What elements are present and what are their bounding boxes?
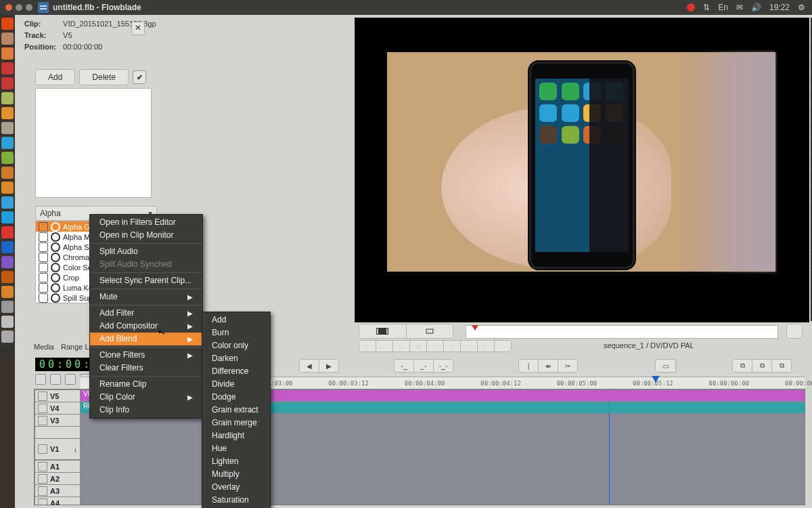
launcher-item-2[interactable] <box>1 47 14 60</box>
launcher-item-11[interactable] <box>1 182 14 194</box>
playback-btn-1[interactable]: ⏯ <box>376 341 393 352</box>
menu-item[interactable]: Clear Filters <box>90 362 202 375</box>
playhead-icon[interactable] <box>652 376 660 383</box>
settings-gear-icon[interactable]: ⚙ <box>798 3 805 12</box>
mark-clear[interactable]: ◦⎯◦ <box>434 360 453 372</box>
menu-item[interactable]: Open in Filters Editor <box>90 216 202 229</box>
track-header[interactable]: A3 <box>35 484 81 498</box>
submenu-item[interactable]: Add <box>202 314 270 326</box>
visibility-icon[interactable] <box>38 391 47 401</box>
menu-item[interactable]: Select Sync Parent Clip... <box>90 272 202 287</box>
launcher-item-8[interactable] <box>1 137 14 149</box>
minimize-window-icon[interactable] <box>16 4 22 11</box>
checkbox-icon[interactable] <box>39 273 48 282</box>
mail-icon[interactable]: ✉ <box>736 3 743 12</box>
launcher-item-14[interactable] <box>1 226 14 238</box>
checkbox-icon[interactable] <box>39 232 48 242</box>
submenu-item[interactable]: Difference <box>202 365 270 378</box>
launcher-item-1[interactable] <box>1 33 14 45</box>
tool-3[interactable] <box>65 374 76 385</box>
playback-btn-0[interactable]: ⏮ <box>359 341 376 352</box>
mute-icon[interactable] <box>38 486 47 496</box>
submenu-item[interactable]: Lighten <box>202 455 270 468</box>
menu-item[interactable]: Rename Clip <box>90 376 202 391</box>
visibility-icon[interactable] <box>38 416 47 425</box>
monitor-scrubber[interactable] <box>466 325 778 339</box>
submenu-item[interactable]: Darken <box>202 352 270 365</box>
track-header[interactable]: V1↓ <box>35 438 81 460</box>
launcher-item-21[interactable] <box>1 331 14 343</box>
launcher-item-4[interactable] <box>1 77 14 89</box>
close-window-icon[interactable] <box>5 4 12 11</box>
nudge-left[interactable]: ◀ <box>300 360 319 372</box>
submenu-item[interactable]: Hardlight <box>202 429 270 442</box>
launcher-item-0[interactable] <box>1 18 14 30</box>
monitor-expand-icon[interactable]: ⛶ <box>786 324 803 339</box>
launcher-item-9[interactable] <box>1 152 14 164</box>
volume-icon[interactable]: 🔊 <box>751 3 761 12</box>
launcher-item-17[interactable] <box>1 271 14 283</box>
playback-btn-5[interactable]: ⏵ <box>444 341 461 352</box>
playback-btn-8[interactable]: ⇥ <box>495 341 511 352</box>
menu-item[interactable]: Open in Clip Monitor <box>90 229 202 242</box>
record-indicator-icon[interactable] <box>687 3 695 12</box>
submenu-item[interactable]: Hue <box>202 442 270 455</box>
zoom-1[interactable]: ⧉ <box>733 360 752 372</box>
mute-icon[interactable] <box>38 499 47 505</box>
track-header[interactable]: V5 <box>35 389 81 403</box>
submenu-item[interactable]: Grain merge <box>202 417 270 429</box>
launcher-item-3[interactable] <box>1 62 14 75</box>
delete-button[interactable]: Delete <box>79 69 129 85</box>
nudge-right[interactable]: ▶ <box>319 360 338 372</box>
menu-item[interactable]: Split Audio <box>90 243 202 258</box>
launcher-item-16[interactable] <box>1 256 14 268</box>
mark-out[interactable]: ⎯◦ <box>414 360 434 372</box>
clock[interactable]: 19:22 <box>769 3 790 12</box>
playback-btn-4[interactable]: ⏴ <box>427 341 444 352</box>
join-tool[interactable]: ⇼ <box>539 360 558 372</box>
visibility-icon[interactable] <box>38 404 47 413</box>
language-indicator[interactable]: En <box>718 3 728 12</box>
track-header[interactable]: A2 <box>35 472 81 486</box>
playback-btn-3[interactable]: ⏹ <box>410 341 427 352</box>
track-header[interactable]: V3 <box>35 414 81 427</box>
apply-toggle[interactable]: ✔ <box>133 70 146 84</box>
launcher-item-19[interactable] <box>1 301 14 313</box>
playback-btn-2[interactable]: ▶ <box>393 341 410 352</box>
submenu-item[interactable]: Multiply <box>202 468 270 481</box>
tool-2[interactable] <box>50 374 61 385</box>
submenu-item[interactable]: Dodge <box>202 391 270 404</box>
checkbox-icon[interactable] <box>39 242 48 252</box>
launcher-item-12[interactable] <box>1 196 14 209</box>
submenu-item[interactable]: Burn <box>202 326 270 339</box>
snap-tool[interactable]: ▭ <box>656 360 675 372</box>
tab-media[interactable]: Media <box>34 343 54 351</box>
track-header[interactable]: A4 <box>35 496 81 505</box>
menu-item[interactable]: Add Filter▶ <box>90 305 202 320</box>
checkbox-icon[interactable] <box>39 222 48 232</box>
launcher-item-20[interactable] <box>1 316 14 328</box>
menu-item[interactable]: Clone Filters▶ <box>90 347 202 362</box>
menu-item[interactable]: Clip Color▶ <box>90 391 202 404</box>
checkbox-icon[interactable] <box>39 263 48 272</box>
zoom-2[interactable]: ⧉ <box>752 360 772 372</box>
submenu-item[interactable]: Grain extract <box>202 404 270 417</box>
split-tool[interactable]: | <box>519 360 539 372</box>
track-header[interactable]: V4 <box>35 402 81 415</box>
checkbox-icon[interactable] <box>39 293 48 303</box>
track-header[interactable]: A1 <box>35 460 81 473</box>
menu-item[interactable]: Mute▶ <box>90 289 202 303</box>
expand-down-icon[interactable]: ↓ <box>74 445 78 453</box>
close-panel-icon[interactable]: ✕ <box>131 22 145 35</box>
submenu-item[interactable]: Overlay <box>202 481 270 494</box>
maximize-window-icon[interactable] <box>26 4 32 11</box>
launcher-item-7[interactable] <box>1 122 14 134</box>
launcher-item-22[interactable] <box>1 345 14 358</box>
monitor-mode-1[interactable] <box>359 324 407 338</box>
network-icon[interactable]: ⇅ <box>703 3 710 12</box>
submenu-item[interactable]: Divide <box>202 378 270 391</box>
checkbox-icon[interactable] <box>39 283 48 293</box>
monitor-mode-2[interactable] <box>407 324 453 338</box>
launcher-item-6[interactable] <box>1 107 14 119</box>
tool-1[interactable] <box>35 374 46 385</box>
